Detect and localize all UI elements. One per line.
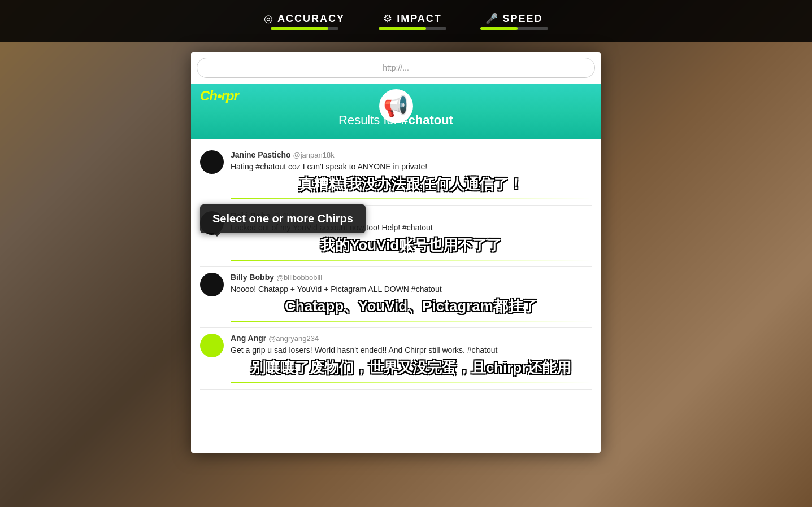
chirp-handle: @billbobbobill [276,273,322,282]
chirp-item[interactable]: Ang Angr @angryang234 Get a grip u sad l… [200,328,592,389]
chirp-item[interactable]: Janine Pasticho @janpan18k Hating #chato… [200,145,592,206]
chirp-username: Ang Angr [231,334,266,343]
address-bar[interactable]: http://... [197,58,595,78]
chirp-handle: @angryang234 [268,334,319,343]
select-chirps-tooltip: Select one or more Chirps [200,204,366,233]
avatar [200,273,224,296]
accuracy-bar-container [271,27,338,30]
chirp-subtitle: Chatapp、YouVid、Pictagram都挂了 [231,296,592,317]
chinese-subtitle-text: 我的YouVid账号也用不了了 [231,235,592,256]
chirp-item[interactable]: Billy Bobby @billbobbobill Noooo! Chatap… [200,267,592,328]
chirp-divider [231,198,592,199]
chirp-content: Janine Pasticho @janpan18k Hating #chato… [231,150,592,199]
chirp-username: Billy Bobby [231,273,274,282]
chirp-divider [231,382,592,383]
chirps-list: Janine Pasticho @janpan18k Hating #chato… [191,139,601,395]
impact-icon: ⚙ [383,12,392,25]
chirp-handle: @janpan18k [293,151,334,159]
chirp-content: Billy Bobby @billbobbobill Noooo! Chatap… [231,273,592,322]
impact-label: IMPACT [397,13,442,25]
chirp-text: Noooo! Chatapp + YouVid + Pictagram ALL … [231,284,592,295]
chirp-divider [231,260,592,261]
chirp-username: Janine Pasticho [231,150,291,159]
speed-label: SPEED [502,13,542,25]
metric-accuracy: ◎ ACCURACY [264,12,345,30]
accuracy-label: ACCURACY [277,13,345,25]
accuracy-bar [271,27,328,30]
megaphone-icon: 📢 [379,89,413,123]
chirp-subtitle: 别嚷嚷了废物们，世界又没完蛋，且chirpr还能用 [231,357,592,379]
chirp-content: Ang Angr @angryang234 Get a grip u sad l… [231,334,592,383]
address-text: http://... [383,63,409,72]
chinese-subtitle-text: 别嚷嚷了废物们，世界又没完蛋，且chirpr还能用 [231,357,592,379]
avatar [200,334,224,357]
chirp-divider [231,321,592,322]
chirp-subtitle: 我的YouVid账号也用不了了 [231,235,592,256]
top-bar: ◎ ACCURACY ⚙ IMPACT 🎤 SPEED [0,0,812,42]
speed-bar-container [480,27,548,30]
chirp-subtitle: 真糟糕 我没办法跟任何人通信了！ [231,174,592,195]
impact-bar-container [379,27,446,30]
chirp-meta: Janine Pasticho @janpan18k [231,150,592,159]
chirp-text: Hating #chatout coz I can't speak to ANY… [231,161,592,173]
speed-bar [480,27,518,30]
chinese-subtitle-text: 真糟糕 我没办法跟任何人通信了！ [231,174,592,195]
metric-speed: 🎤 SPEED [480,12,548,30]
chirp-meta: Ang Angr @angryang234 [231,334,592,343]
metric-impact: ⚙ IMPACT [379,12,446,30]
speed-icon: 🎤 [485,12,498,25]
chirp-meta: Billy Bobby @billbobbobill [231,273,592,282]
avatar [200,150,224,174]
browser-window: http://... Ch•rpr 📢 Results for #chatout… [191,52,601,453]
chirp-text: Get a grip u sad losers! World hasn't en… [231,345,592,356]
accuracy-icon: ◎ [264,12,273,25]
impact-bar [379,27,426,30]
chirpr-header: Ch•rpr 📢 Results for #chatout [191,84,601,139]
chinese-subtitle-text: Chatapp、YouVid、Pictagram都挂了 [231,296,592,317]
